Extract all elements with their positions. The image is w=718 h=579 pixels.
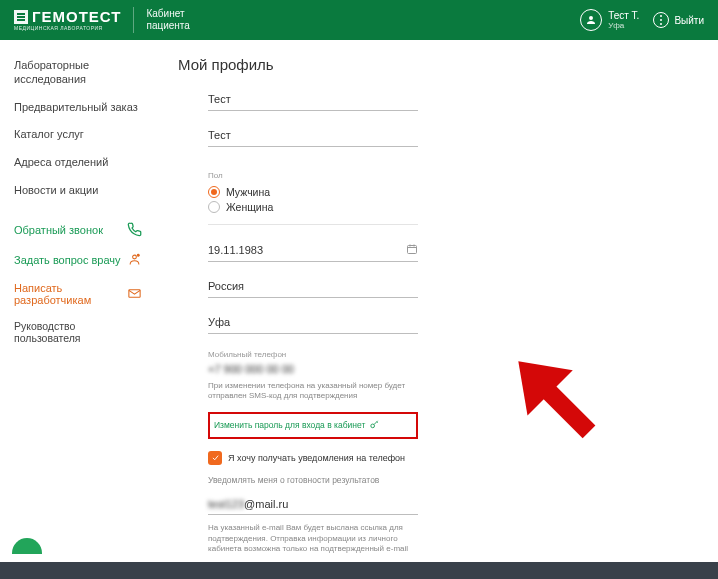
gender-male-label: Мужчина [226, 186, 270, 198]
key-icon [369, 419, 380, 432]
user-block[interactable]: Тест Т. Уфа [580, 9, 639, 31]
radio-icon-checked [208, 186, 220, 198]
logo-icon [14, 10, 28, 24]
callback-label: Обратный звонок [14, 224, 103, 236]
logo[interactable]: ГЕМОТЕСТ МЕДИЦИНСКАЯ ЛАБОРАТОРИЯ [14, 9, 121, 31]
sidebar-item-catalog[interactable]: Каталог услуг [14, 121, 142, 149]
notify-results-label: Уведомлять меня о готовности результатов [208, 475, 418, 485]
logo-subtitle: МЕДИЦИНСКАЯ ЛАБОРАТОРИЯ [14, 26, 121, 31]
page-title: Мой профиль [178, 56, 702, 73]
main-content: Мой профиль Тест Тест Пол Мужчина [148, 40, 718, 562]
sidebar-item-preorder[interactable]: Предварительный заказ [14, 94, 142, 122]
mail-icon [127, 286, 142, 302]
email-note: На указанный e-mail Вам будет выслана сс… [208, 523, 418, 555]
phone-icon [126, 222, 142, 238]
logout-label: Выйти [674, 15, 704, 26]
calendar-icon[interactable] [406, 243, 418, 258]
sidebar-item-lab[interactable]: Лабораторные исследования [14, 52, 142, 94]
logo-text: ГЕМОТЕСТ [32, 9, 121, 24]
email-resend-link[interactable]: Отправить письмо для подтверждения почты [208, 560, 418, 562]
header: ГЕМОТЕСТ МЕДИЦИНСКАЯ ЛАБОРАТОРИЯ Кабинет… [0, 0, 718, 40]
footer-bar [0, 562, 718, 579]
svg-point-0 [132, 255, 136, 259]
divider [133, 7, 134, 33]
sidebar-item-news[interactable]: Новости и акции [14, 177, 142, 205]
gender-label: Пол [208, 171, 418, 180]
email-suffix: @mail.ru [244, 498, 288, 510]
email-field[interactable]: test123@mail.ru [208, 497, 418, 515]
svg-rect-4 [408, 246, 417, 254]
phone-value[interactable]: +7 900 000 00 00 [208, 363, 418, 375]
gender-male-radio[interactable]: Мужчина [208, 186, 418, 198]
last-name-value: Тест [208, 129, 418, 143]
avatar-icon [580, 9, 602, 31]
gender-group: Пол Мужчина Женщина [208, 171, 418, 225]
gender-female-label: Женщина [226, 201, 273, 213]
logout-button[interactable]: Выйти [653, 12, 704, 28]
sidebar-manual-link[interactable]: Руководство пользователя [14, 313, 142, 351]
change-password-highlight: Изменить пароль для входа в кабинет [208, 412, 418, 439]
email-prefix: test123 [208, 498, 244, 510]
doctor-icon: 0 [126, 252, 142, 268]
change-password-link[interactable]: Изменить пароль для входа в кабинет [214, 416, 412, 435]
country-value: Россия [208, 280, 418, 294]
checkbox-checked-icon [208, 451, 222, 465]
profile-form: Тест Тест Пол Мужчина Женщина [208, 91, 418, 562]
user-name: Тест Т. [608, 10, 639, 22]
first-name-field[interactable]: Тест [208, 91, 418, 111]
sidebar: Лабораторные исследования Предварительны… [0, 40, 148, 562]
svg-point-5 [371, 424, 375, 428]
annotation-arrow-icon [478, 318, 618, 461]
phone-label: Мобильный телефон [208, 350, 418, 359]
sidebar-write-dev-button[interactable]: Написать разработчикам [14, 275, 142, 313]
svg-marker-7 [496, 339, 573, 416]
gender-female-radio[interactable]: Женщина [208, 201, 418, 213]
last-name-field[interactable]: Тест [208, 127, 418, 147]
sidebar-item-addresses[interactable]: Адреса отделений [14, 149, 142, 177]
city-field[interactable]: Уфа [208, 314, 418, 334]
header-subtitle: Кабинет пациента [146, 8, 189, 33]
country-field[interactable]: Россия [208, 278, 418, 298]
first-name-value: Тест [208, 93, 418, 107]
phone-notify-checkbox-row[interactable]: Я хочу получать уведомления на телефон [208, 451, 418, 465]
menu-dots-icon [653, 12, 669, 28]
svg-rect-6 [533, 376, 595, 438]
sidebar-callback-button[interactable]: Обратный звонок [14, 215, 142, 245]
ask-doctor-label: Задать вопрос врачу [14, 254, 121, 266]
radio-icon [208, 201, 220, 213]
write-dev-label: Написать разработчикам [14, 282, 127, 306]
phone-note: При изменении телефона на указанный номе… [208, 381, 418, 402]
change-password-label: Изменить пароль для входа в кабинет [214, 420, 365, 430]
phone-notify-label: Я хочу получать уведомления на телефон [228, 453, 405, 463]
city-value: Уфа [208, 316, 418, 330]
dob-field[interactable]: 19.11.1983 [208, 241, 418, 262]
user-city: Уфа [608, 21, 639, 30]
sidebar-ask-doctor-button[interactable]: Задать вопрос врачу 0 [14, 245, 142, 275]
dob-value: 19.11.1983 [208, 244, 263, 258]
